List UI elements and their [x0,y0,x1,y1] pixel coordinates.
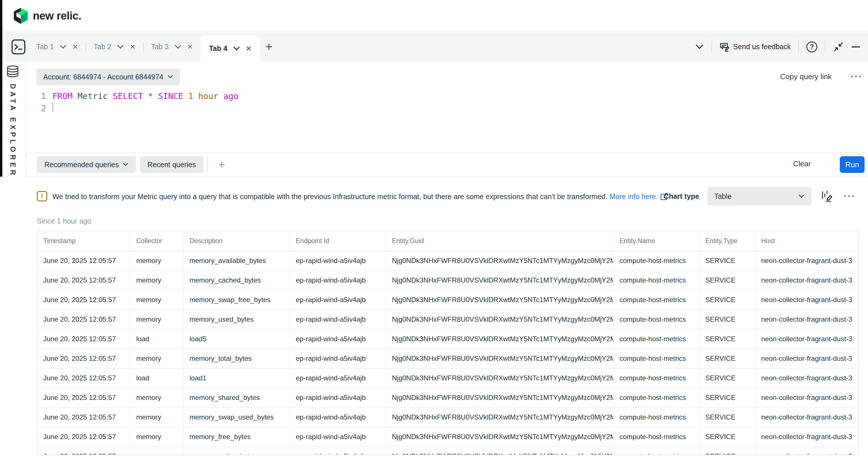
chevron-down-icon[interactable] [117,44,124,49]
tab-2[interactable]: Tab 2 ✕ [86,32,143,61]
chevron-down-icon[interactable] [60,44,66,49]
cell-host: neon-collector-fragrant-dust-3 [755,388,859,407]
cell-endpoint-id: ep-rapid-wind-a5iv4ajb [290,270,386,290]
edit-chart-icon[interactable] [822,190,833,203]
clear-button[interactable]: Clear [793,159,811,168]
cell-host: neon-collector-fragrant-dust-3 [755,290,859,310]
cell-endpoint-id: ep-rapid-wind-a5iv4ajb [290,290,386,310]
col-header-entity-name[interactable]: Entity.Name [613,231,699,251]
col-header-description[interactable]: Description [183,231,290,251]
cell-entity-guid: Njg0NDk3NHxFWFR8U0VSVklDRXwtMzY5NTc1MTYy… [386,427,613,446]
cell-entity-name: compute-host-metrics [613,446,699,455]
cell-entity-type: SERVICE [699,368,755,388]
tab-4-active[interactable]: Tab 4 ✕ [200,36,260,61]
cell-entity-name: compute-host-metrics [613,290,699,310]
new-relic-logo[interactable]: new relic. [13,7,81,24]
divider [207,157,207,172]
cell-description: memory_swap_used_bytes [183,407,290,427]
data-explorer-label: DATA EXPLORER [9,84,17,177]
chevron-down-icon [167,75,173,79]
cell-collector: memory [130,270,183,290]
add-query-button[interactable]: + [214,157,230,173]
cell-entity-guid: Njg0NDk3NHxFWFR8U0VSVklDRXwtMzY5NTc1MTYy… [386,446,613,455]
query-menu-button[interactable]: ··· [851,72,863,81]
table-row[interactable]: June 20, 2025 12:05:57 memory memory_swa… [37,290,859,310]
copy-query-link-button[interactable]: Copy query link [780,72,832,81]
cell-timestamp: June 20, 2025 12:05:57 [37,270,130,290]
close-icon[interactable]: ✕ [72,43,78,51]
nrql-editor[interactable]: 1 FROM Metric SELECT * SINCE 1 hour ago … [36,90,859,147]
table-row[interactable]: June 20, 2025 12:05:57 memory memory_act… [37,446,859,455]
table-body: June 20, 2025 12:05:57 memory memory_ava… [37,251,859,455]
cell-entity-guid: Njg0NDk3NHxFWFR8U0VSVklDRXwtMzY5NTc1MTYy… [386,368,613,388]
cell-collector: memory [130,349,183,368]
cell-description: memory_active_bytes [183,446,290,455]
chevron-down-icon [798,194,805,199]
minimize-button[interactable] [851,46,861,48]
cell-endpoint-id: ep-rapid-wind-a5iv4ajb [290,329,386,349]
table-row[interactable]: June 20, 2025 12:05:57 load load5 ep-rap… [37,329,859,349]
cell-description: load1 [183,368,290,388]
table-row[interactable]: June 20, 2025 12:05:57 memory memory_use… [37,310,859,329]
tab-1[interactable]: Tab 1 ✕ [29,32,86,61]
col-header-host[interactable]: Host [755,231,859,251]
cell-collector: memory [130,427,183,446]
table-row[interactable]: June 20, 2025 12:05:57 memory memory_sha… [37,388,859,407]
send-feedback-button[interactable]: Send us feedback [719,42,791,52]
transform-warning: ! We tried to transform your Metric quer… [37,190,680,203]
table-row[interactable]: June 20, 2025 12:05:57 memory memory_ava… [37,251,859,270]
recent-queries-button[interactable]: Recent queries [140,156,203,173]
col-header-entity-guid[interactable]: Entity.Guid [386,231,613,251]
chevron-down-icon[interactable] [233,46,240,51]
col-header-collector[interactable]: Collector [130,231,183,251]
col-header-entity-type[interactable]: Entity.Type [699,231,755,251]
table-row[interactable]: June 20, 2025 12:05:57 memory memory_cac… [37,270,859,290]
cell-endpoint-id: ep-rapid-wind-a5iv4ajb [290,427,386,446]
cell-entity-type: SERVICE [699,329,755,349]
more-info-link[interactable]: More info here. [609,193,658,201]
query-builder-panel: Account: 6844974 - Account 6844974 Copy … [26,61,868,153]
cell-collector: memory [130,446,183,455]
table-row[interactable]: June 20, 2025 12:05:57 memory memory_tot… [37,349,859,368]
divider [798,41,799,53]
since-label: Since 1 hour ago [37,217,91,225]
cell-entity-type: SERVICE [699,427,755,446]
help-button[interactable]: ? [806,41,817,53]
cell-endpoint-id: ep-rapid-wind-a5iv4ajb [290,251,386,270]
collapse-icon[interactable] [833,41,844,53]
account-picker[interactable]: Account: 6844974 - Account 6844974 [36,68,180,85]
warning-message: We tried to transform your Metric query … [53,193,608,201]
cell-entity-guid: Njg0NDk3NHxFWFR8U0VSVklDRXwtMzY5NTc1MTYy… [386,310,613,329]
table-row[interactable]: June 20, 2025 12:05:57 memory memory_fre… [37,427,859,446]
cell-description: load5 [183,329,290,349]
chevron-down-icon[interactable] [175,44,181,49]
cell-entity-guid: Njg0NDk3NHxFWFR8U0VSVklDRXwtMzY5NTc1MTYy… [386,329,613,349]
recent-queries-label: Recent queries [148,161,196,169]
recommended-queries-button[interactable]: Recommended queries [37,156,136,173]
cell-entity-guid: Njg0NDk3NHxFWFR8U0VSVklDRXwtMzY5NTc1MTYy… [386,388,613,407]
close-icon[interactable]: ✕ [246,44,251,53]
col-header-timestamp[interactable]: Timestamp [37,231,130,251]
results-toolbar: ! We tried to transform your Metric quer… [0,177,868,231]
cell-timestamp: June 20, 2025 12:05:57 [37,251,130,270]
cell-description: memory_total_bytes [183,349,290,368]
chart-menu-button[interactable]: ··· [844,192,856,201]
query-console-button[interactable] [10,39,27,55]
chart-type-select[interactable]: Table [707,187,811,205]
cell-description: memory_shared_bytes [183,388,290,407]
tab-3[interactable]: Tab 3 ✕ [144,32,200,61]
col-header-endpoint-id[interactable]: Endpoint Id [290,231,386,251]
cell-entity-type: SERVICE [699,270,755,290]
chevron-down-icon[interactable] [695,44,704,50]
run-button[interactable]: Run [840,156,865,173]
cell-entity-name: compute-host-metrics [613,388,699,407]
cell-entity-guid: Njg0NDk3NHxFWFR8U0VSVklDRXwtMzY5NTc1MTYy… [386,290,613,310]
table-row[interactable]: June 20, 2025 12:05:57 memory memory_swa… [37,407,859,427]
cell-collector: memory [130,290,183,310]
close-icon[interactable]: ✕ [130,43,135,51]
new-tab-button[interactable]: + [265,41,273,53]
table-row[interactable]: June 20, 2025 12:05:57 load load1 ep-rap… [37,368,859,388]
database-icon[interactable] [6,65,19,77]
close-icon[interactable]: ✕ [187,43,193,51]
cell-timestamp: June 20, 2025 12:05:57 [37,407,130,427]
